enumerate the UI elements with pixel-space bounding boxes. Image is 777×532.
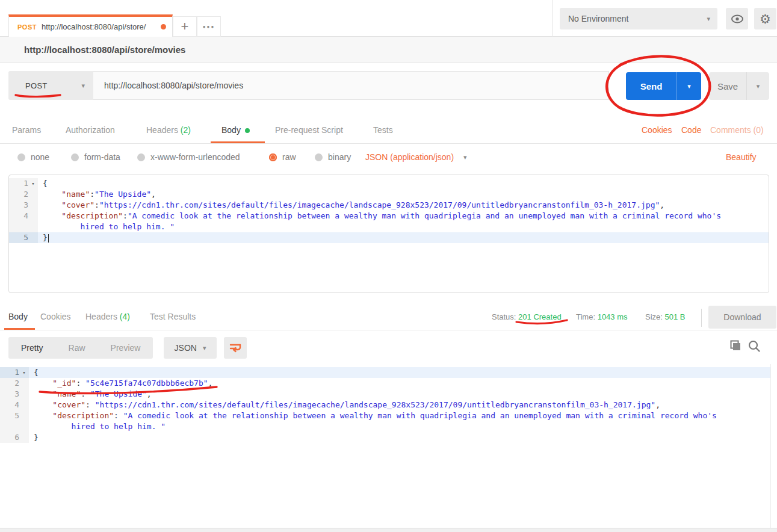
code-line[interactable]: 6} [0, 432, 770, 443]
request-tab[interactable]: POST http://localhost:8080/api/store/ [8, 14, 173, 37]
request-builder-row: POST ▾ http://localhost:8080/api/store/m… [0, 63, 777, 117]
tab-options-button[interactable]: ●●● [197, 16, 221, 37]
code-token: : [94, 200, 99, 209]
url-input[interactable]: http://localhost:8080/api/store/movies [93, 71, 609, 100]
line-number: 2 [23, 189, 28, 200]
code-line[interactable]: 4 "description":"A comedic look at the r… [9, 211, 769, 221]
beautify-link[interactable]: Beautify [726, 152, 757, 162]
comments-link[interactable]: Comments (0) [710, 125, 764, 135]
code-token: "name" [34, 389, 81, 398]
radio-icon [71, 153, 79, 161]
environment-quick-look-button[interactable] [726, 8, 748, 29]
code-token: "5c4e715fa74c07dbbb6ecb7b" [85, 379, 208, 388]
search-response-button[interactable] [748, 339, 761, 355]
code-token: hired to help him. " [43, 222, 175, 231]
code-token: , [147, 389, 152, 398]
send-button[interactable]: Send ▾ [626, 72, 701, 100]
tab-headers[interactable]: Headers (2) [146, 125, 191, 135]
radio-icon [17, 153, 25, 161]
response-body-editor[interactable]: 1▾{2 "_id": "5c4e715fa74c07dbbb6ecb7b",3… [0, 364, 771, 528]
tab-authorization[interactable]: Authorization [66, 125, 115, 135]
response-editor-lines: 1▾{2 "_id": "5c4e715fa74c07dbbb6ecb7b",3… [0, 367, 770, 443]
save-options-caret-icon[interactable]: ▾ [747, 82, 769, 90]
code-token: : [76, 379, 85, 388]
cookies-link[interactable]: Cookies [642, 125, 672, 135]
view-pretty[interactable]: Pretty [8, 343, 56, 353]
tab-params[interactable]: Params [12, 125, 41, 135]
text-cursor [48, 234, 49, 243]
body-type-bar: none form-data x-www-form-urlencoded raw… [0, 144, 777, 172]
response-tab-cookies[interactable]: Cookies [40, 312, 71, 321]
wrap-text-icon [229, 343, 241, 353]
radio-icon [137, 153, 145, 161]
gear-icon: ⚙ [760, 13, 771, 25]
tab-body[interactable]: Body [221, 125, 250, 135]
environment-selector[interactable]: No Environment ▾ [560, 8, 717, 29]
url-value: http://localhost:8080/api/store/movies [104, 81, 243, 90]
content-type-select[interactable]: JSON (application/json) ▾ [365, 152, 467, 162]
copy-response-button[interactable] [728, 339, 741, 355]
method-value: POST [25, 81, 48, 90]
active-response-tab-underline [4, 328, 35, 330]
code-token: "name" [43, 190, 90, 199]
radio-raw[interactable]: raw [269, 152, 296, 162]
request-tabs-bar: Params Authorization Headers (2) Body Pr… [0, 117, 777, 144]
radio-selected-icon [269, 153, 277, 161]
code-link[interactable]: Code [681, 125, 701, 135]
code-token: : [123, 211, 128, 220]
code-line[interactable]: 5} [9, 232, 769, 243]
view-preview[interactable]: Preview [98, 343, 153, 353]
line-number: 5 [14, 410, 19, 421]
code-token: "The Upside" [94, 190, 151, 199]
code-line[interactable]: 2 "_id": "5c4e715fa74c07dbbb6ecb7b", [0, 378, 770, 389]
code-line[interactable]: hired to help him. " [9, 221, 769, 232]
fold-icon[interactable]: ▾ [28, 178, 38, 189]
time-badge: Time: 1043 ms [576, 312, 628, 321]
radio-urlencoded[interactable]: x-www-form-urlencoded [137, 152, 240, 162]
line-number: 2 [14, 378, 19, 389]
save-button[interactable]: Save ▾ [709, 72, 769, 100]
radio-none[interactable]: none [17, 152, 49, 162]
code-line[interactable]: 3 "cover":"https://cdn1.thr.com/sites/de… [9, 200, 769, 211]
send-options-caret-icon[interactable]: ▾ [677, 82, 701, 90]
radio-binary[interactable]: binary [315, 152, 351, 162]
response-tabs-bar: Body Cookies Headers (4) Test Results St… [0, 304, 777, 330]
download-button[interactable]: Download [708, 306, 776, 329]
response-tab-test-results[interactable]: Test Results [150, 312, 196, 321]
method-select[interactable]: POST ▾ [8, 71, 93, 100]
code-line[interactable]: 3 "name": "The Upside", [0, 389, 770, 400]
caret-down-icon: ▾ [463, 153, 467, 161]
code-line[interactable]: 4 "cover": "https://cdn1.thr.com/sites/d… [0, 400, 770, 410]
tab-pre-request-script[interactable]: Pre-request Script [275, 125, 343, 135]
plus-icon: + [181, 19, 189, 34]
code-token: "_id" [34, 379, 76, 388]
code-line[interactable]: hired to help him. " [0, 421, 770, 432]
code-token: : [114, 411, 123, 420]
response-headers-count-badge: (4) [120, 312, 130, 321]
new-tab-button[interactable]: + [173, 16, 197, 37]
fold-icon[interactable]: ▾ [19, 367, 29, 378]
tab-method-badge: POST [17, 23, 37, 31]
code-token: } [34, 433, 39, 442]
code-token: "cover" [43, 200, 94, 209]
line-number: 1 [23, 178, 28, 189]
radio-form-data[interactable]: form-data [71, 152, 120, 162]
code-token: "https://cdn1.thr.com/sites/default/file… [99, 200, 660, 209]
tab-tests[interactable]: Tests [373, 125, 393, 135]
response-tab-body[interactable]: Body [8, 312, 28, 321]
save-label: Save [709, 81, 746, 91]
request-title-bar: http://localhost:8080/api/store/movies [0, 37, 777, 63]
code-token: , [208, 379, 213, 388]
wrap-lines-button[interactable] [224, 337, 247, 359]
code-line[interactable]: 2 "name":"The Upside", [9, 189, 769, 200]
response-tab-headers[interactable]: Headers (4) [85, 312, 130, 321]
view-raw[interactable]: Raw [56, 343, 98, 353]
body-has-content-dot-icon [245, 128, 250, 133]
code-line[interactable]: 1▾{ [9, 178, 769, 189]
request-body-editor[interactable]: 1▾{2 "name":"The Upside",3 "cover":"http… [8, 175, 769, 293]
code-line[interactable]: 5 "description": "A comedic look at the … [0, 410, 770, 421]
response-format-select[interactable]: JSON ▾ [164, 337, 217, 359]
size-value: 501 B [665, 312, 686, 321]
settings-button[interactable]: ⚙ [754, 8, 776, 29]
code-line[interactable]: 1▾{ [0, 367, 770, 378]
